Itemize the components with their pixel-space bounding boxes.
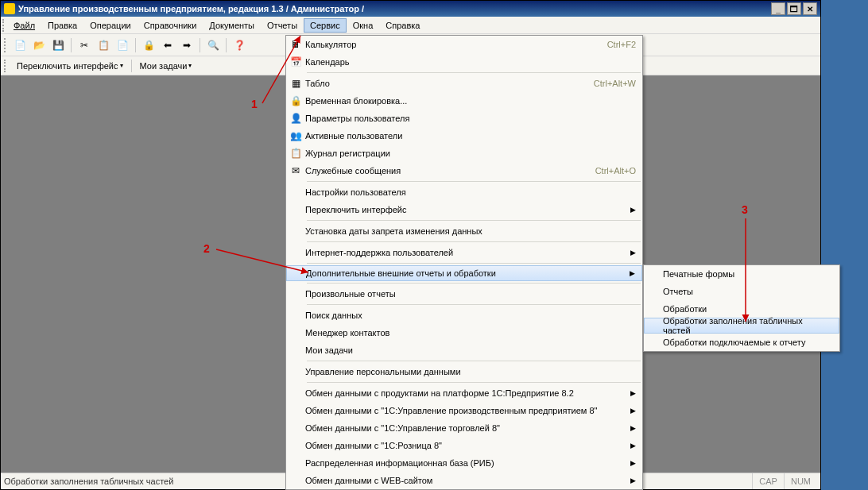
menu-separator bbox=[307, 181, 641, 182]
menu-reports[interactable]: Отчеты bbox=[261, 18, 304, 33]
submenu-arrow-icon: ▶ bbox=[630, 442, 636, 449]
submenu-arrow-icon: ▶ bbox=[630, 269, 635, 277]
submenu-arrow-icon: ▶ bbox=[630, 206, 636, 214]
menu-item[interactable]: Обмен данными с продуктами на платформе … bbox=[286, 384, 642, 402]
menu-item[interactable]: Настройки пользователя bbox=[286, 183, 642, 201]
menu-item[interactable]: Мои задачи bbox=[286, 341, 642, 359]
annotation-2: 2 bbox=[203, 242, 210, 255]
tb-help[interactable]: ❓ bbox=[231, 37, 247, 53]
menu-item-label: Установка даты запрета изменения данных bbox=[305, 226, 636, 236]
menu-item[interactable]: Произвольные отчеты bbox=[286, 285, 642, 303]
status-text: Обработки заполнения табличных частей bbox=[4, 476, 173, 486]
submenu-arrow-icon: ▶ bbox=[630, 407, 636, 415]
status-num: NUM bbox=[784, 473, 817, 489]
menu-item-icon: 🔒 bbox=[286, 95, 305, 106]
tb-search[interactable]: 🔍 bbox=[205, 37, 221, 53]
menu-item[interactable]: Установка даты запрета изменения данных bbox=[286, 222, 642, 240]
menu-item[interactable]: Дополнительные внешние отчеты и обработк… bbox=[286, 265, 642, 281]
switch-interface-dropdown[interactable]: Переключить интерфейс ▾ bbox=[12, 60, 128, 72]
menu-item-label: Настройки пользователя bbox=[305, 187, 636, 197]
subbar-grip bbox=[4, 60, 7, 72]
menu-item[interactable]: Управление персональными данными bbox=[286, 363, 642, 380]
external-reports-submenu: Печатные формыОтчетыОбработкиОбработки з… bbox=[643, 264, 840, 352]
tb-fwd[interactable]: ➡ bbox=[179, 37, 195, 53]
menu-item[interactable]: 📅Календарь bbox=[286, 53, 642, 71]
menu-separator bbox=[307, 263, 641, 264]
submenu-arrow-icon: ▶ bbox=[630, 389, 636, 397]
maximize-button[interactable]: 🗖 bbox=[787, 2, 801, 15]
tb-new[interactable]: 📄 bbox=[12, 37, 28, 53]
menu-item[interactable]: Менеджер контактов bbox=[286, 324, 642, 341]
menu-item-label: Обмен данными с продуктами на платформе … bbox=[305, 388, 627, 398]
menu-item[interactable]: Обмен данными с "1С:Управление производс… bbox=[286, 402, 642, 419]
menu-item[interactable]: 🔒Временная блокировка... bbox=[286, 92, 642, 110]
menu-item-icon: 🖩 bbox=[286, 39, 305, 50]
annotation-1: 1 bbox=[251, 98, 258, 110]
menu-help[interactable]: Справка bbox=[379, 18, 426, 33]
menu-documents[interactable]: Документы bbox=[203, 18, 261, 33]
menu-directories[interactable]: Справочники bbox=[138, 18, 203, 33]
menu-separator bbox=[307, 361, 641, 361]
menu-item-label: Обмен данными с "1С:Управление торговлей… bbox=[305, 423, 627, 433]
menu-separator bbox=[307, 382, 641, 383]
menu-item-label: Журнал регистрации bbox=[305, 149, 636, 158]
menu-file[interactable]: Файл bbox=[7, 18, 41, 33]
menu-item[interactable]: 📋Журнал регистрации bbox=[286, 145, 642, 162]
menu-separator bbox=[307, 72, 641, 73]
menu-item-label: Калькулятор bbox=[305, 40, 607, 49]
menu-item-label: Поиск данных bbox=[305, 311, 636, 320]
submenu-item[interactable]: Обработки заполнения табличных частей bbox=[644, 318, 839, 334]
tb-copy[interactable]: 📋 bbox=[95, 37, 111, 53]
submenu-item[interactable]: Печатные формы bbox=[644, 265, 839, 283]
minimize-button[interactable]: _ bbox=[771, 2, 785, 15]
submenu-item[interactable]: Отчеты bbox=[644, 283, 839, 300]
submenu-arrow-icon: ▶ bbox=[630, 249, 636, 257]
titlebar: Управление производственным предприятием… bbox=[1, 1, 820, 17]
menu-item-shortcut: Ctrl+Alt+O bbox=[595, 166, 636, 176]
menu-item[interactable]: 🖩КалькуляторCtrl+F2 bbox=[286, 36, 642, 53]
menu-item[interactable]: Обмен данными с "1С:Управление торговлей… bbox=[286, 419, 642, 437]
menu-item-icon: 👤 bbox=[286, 113, 305, 124]
menu-item[interactable]: Распределенная информационная база (РИБ)… bbox=[286, 454, 642, 472]
my-tasks-dropdown[interactable]: Мои задачи ▾ bbox=[135, 60, 197, 72]
menu-service[interactable]: Сервис bbox=[304, 18, 347, 33]
menu-item-label: Обмен данными с "1С:Управление производс… bbox=[305, 406, 627, 415]
menu-item[interactable]: ✉Служебные сообщенияCtrl+Alt+O bbox=[286, 162, 642, 179]
menu-item-label: Интернет-поддержка пользователей bbox=[305, 248, 627, 257]
menu-item[interactable]: Обмен данными с "1С:Розница 8"▶ bbox=[286, 437, 642, 454]
menubar-grip bbox=[2, 19, 6, 32]
close-button[interactable]: ✕ bbox=[803, 2, 817, 15]
menu-item[interactable]: ▦ТаблоCtrl+Alt+W bbox=[286, 75, 642, 92]
menu-item-label: Менеджер контактов bbox=[305, 328, 636, 338]
tb-save[interactable]: 💾 bbox=[50, 37, 66, 53]
menu-item[interactable]: Переключить интерфейс▶ bbox=[286, 201, 642, 218]
menu-edit[interactable]: Правка bbox=[41, 18, 83, 33]
tb-back[interactable]: ⬅ bbox=[160, 37, 176, 53]
tb-lock[interactable]: 🔒 bbox=[141, 37, 157, 53]
menu-separator bbox=[307, 283, 641, 284]
menu-separator bbox=[307, 304, 641, 305]
menu-item-icon: 📋 bbox=[286, 148, 305, 159]
annotation-3: 3 bbox=[742, 203, 748, 216]
tb-open[interactable]: 📂 bbox=[31, 37, 47, 53]
menu-operations[interactable]: Операции bbox=[83, 18, 137, 33]
menu-item[interactable]: Интернет-поддержка пользователей▶ bbox=[286, 244, 642, 261]
menu-item[interactable]: 👤Параметры пользователя bbox=[286, 110, 642, 127]
menu-item-shortcut: Ctrl+Alt+W bbox=[594, 79, 636, 88]
menu-item[interactable]: Поиск данных bbox=[286, 307, 642, 324]
submenu-item[interactable]: Обработки подключаемые к отчету bbox=[644, 334, 839, 351]
tb-cut[interactable]: ✂ bbox=[76, 37, 92, 53]
menu-item[interactable]: 👥Активные пользователи bbox=[286, 127, 642, 145]
menubar: Файл Правка Операции Справочники Докумен… bbox=[1, 17, 820, 34]
menu-item[interactable]: Обмен данными с WEB-сайтом▶ bbox=[286, 472, 642, 489]
menu-item-label: Обмен данными с "1С:Розница 8" bbox=[305, 441, 627, 450]
submenu-item[interactable]: Обработки bbox=[644, 300, 839, 318]
menu-item-label: Управление персональными данными bbox=[305, 367, 636, 376]
submenu-arrow-icon: ▶ bbox=[630, 424, 636, 432]
menu-windows[interactable]: Окна bbox=[347, 18, 380, 33]
menu-item-label: Активные пользователи bbox=[305, 131, 636, 141]
menu-item-label: Табло bbox=[305, 79, 594, 88]
menu-item-label: Произвольные отчеты bbox=[305, 289, 636, 299]
tb-paste[interactable]: 📄 bbox=[114, 37, 130, 53]
chevron-down-icon: ▾ bbox=[188, 62, 192, 69]
